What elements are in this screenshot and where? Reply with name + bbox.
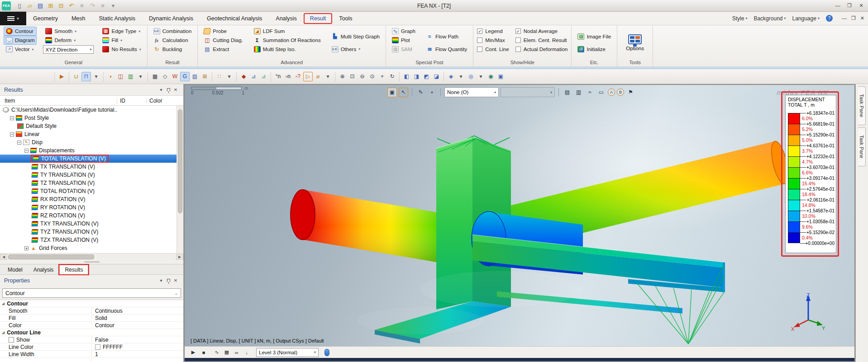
customize-icon[interactable]: ▾: [108, 1, 118, 10]
node-number-icon[interactable]: °n: [273, 72, 283, 81]
measure-icon[interactable]: ⌀: [313, 72, 323, 81]
record-graph-icon[interactable]: ∿: [212, 348, 221, 357]
grid-anchor-icon[interactable]: ⊞: [200, 72, 210, 81]
gcs-axis-icon[interactable]: G: [180, 72, 190, 81]
tree-item-displacements[interactable]: −Displacements: [0, 146, 176, 155]
ribbon-button-sam[interactable]: ▨SAM: [390, 45, 418, 54]
tree-item-rz-rotation-v[interactable]: RZ ROTATION (V): [0, 212, 176, 220]
help-icon[interactable]: ?: [826, 15, 833, 22]
ribbon-checkbox-elem-cent-result[interactable]: Elem. Cent. Result: [515, 36, 568, 45]
tree-item-total-rotation-v[interactable]: TOTAL ROTATION (V): [0, 187, 176, 195]
walkthrough-icon[interactable]: ⚑: [626, 88, 635, 97]
window-layout-icon[interactable]: ◧: [402, 72, 411, 81]
ribbon-button-ldf-sum[interactable]: ◢LDF Sum: [252, 27, 323, 36]
grid-icon[interactable]: ▦: [150, 72, 160, 81]
ribbon-button-extract[interactable]: ▤Extract: [201, 45, 245, 54]
undo-list-icon[interactable]: ≡: [77, 1, 87, 10]
node-csys-icon[interactable]: ⊿: [249, 72, 258, 81]
scroll-left-icon[interactable]: ◀: [0, 254, 7, 260]
step-level-combo[interactable]: Level 3 (Normal)▾: [256, 348, 319, 357]
tree-item-post-style[interactable]: −Post Style: [0, 114, 176, 122]
display-option-icon[interactable]: ◉: [486, 72, 496, 81]
ribbon-checkbox-min-max[interactable]: Min/Max: [477, 36, 509, 45]
ribbon-button-combination[interactable]: LCCombination: [151, 27, 194, 36]
menu-tab-mesh[interactable]: Mesh: [65, 12, 92, 25]
checkbox-icon[interactable]: [9, 337, 14, 343]
ribbon-button-calculation[interactable]: fxCalculation: [151, 36, 194, 45]
panel-splitter[interactable]: [0, 260, 183, 264]
select-window-icon[interactable]: ▣: [387, 88, 397, 97]
close-icon[interactable]: ✕: [172, 86, 179, 94]
menu-tab-dynamic-analysis[interactable]: Dynamic Analysis: [142, 12, 200, 25]
property-row-show[interactable]: ShowFalse: [0, 336, 183, 343]
zoom-in-icon[interactable]: ⊕: [338, 72, 347, 81]
undeformed-icon[interactable]: ▭: [596, 88, 606, 97]
ribbon-button-fill[interactable]: Fill▾: [100, 36, 143, 45]
window-layout2-icon[interactable]: ◨: [412, 72, 421, 81]
property-row-color[interactable]: ColorContour: [0, 322, 183, 329]
snapshot-icon[interactable]: ▦: [222, 348, 231, 357]
ribbon-button-vector[interactable]: ↗Vector▾: [4, 45, 37, 54]
contour-bar-icon[interactable]: ▥: [126, 72, 135, 81]
workplane-icon[interactable]: ◇: [160, 72, 170, 81]
ribbon-button-cutting-diag[interactable]: ◫Cutting Diag.: [201, 36, 245, 45]
ribbon-button-probe[interactable]: Probe: [201, 27, 245, 36]
mdi-restore-button[interactable]: ❒: [851, 15, 856, 21]
probe-b-icon[interactable]: B: [617, 89, 624, 96]
panel-tab-analysis[interactable]: Analysis: [29, 265, 59, 274]
close-button[interactable]: ✕: [857, 1, 865, 9]
view-point-icon[interactable]: ◈: [446, 72, 456, 81]
note-icon[interactable]: ▥: [574, 88, 583, 97]
menu-tab-static-analysis[interactable]: Static Analysis: [92, 12, 142, 25]
ribbon-checkbox-legend[interactable]: ✓Legend: [477, 27, 509, 36]
ribbon-checkbox-nodal-average[interactable]: ✓Nodal Average: [515, 27, 568, 36]
tree-vertical-scrollbar[interactable]: [176, 106, 183, 253]
ribbon-button-multi-step-iso[interactable]: Multi Step Iso.: [252, 45, 323, 54]
pin-icon[interactable]: [165, 277, 172, 284]
run-result-icon[interactable]: ▶: [57, 72, 67, 81]
selection-filter-icon[interactable]: ✎: [416, 88, 425, 97]
pin-icon[interactable]: [165, 86, 172, 94]
unlock-icon[interactable]: ⊔: [72, 72, 81, 81]
collapse-icon[interactable]: ◢: [2, 330, 5, 334]
properties-type-selector[interactable]: Contour ⌄: [2, 288, 181, 298]
identify-icon[interactable]: ▫?: [293, 72, 303, 81]
redo-icon[interactable]: ↷: [87, 1, 97, 10]
layer-icon[interactable]: ▣: [496, 72, 506, 81]
open-icon[interactable]: ▱: [25, 1, 35, 10]
property-row-fill[interactable]: FillSolid: [0, 315, 183, 322]
panel-menu-icon[interactable]: ▾: [157, 86, 165, 94]
ribbon-button-options[interactable]: Options: [621, 27, 649, 59]
fea-model-rendering[interactable]: [185, 85, 854, 346]
tree-expander-icon[interactable]: −: [24, 149, 29, 153]
tree-item-tyz-translation-v[interactable]: TYZ TRANSLATION (V): [0, 228, 176, 236]
new-file-icon[interactable]: ▯: [14, 1, 24, 10]
window-layout3-icon[interactable]: ◩: [422, 72, 431, 81]
select-pick-icon[interactable]: ↖: [399, 88, 408, 97]
ribbon-button-others[interactable]: LCOthers▾: [329, 45, 382, 54]
task-pane-tab[interactable]: Task Pane: [858, 86, 866, 125]
tree-expander-icon[interactable]: −: [10, 132, 14, 136]
ribbon-button-multi-step-graph[interactable]: ▙Multi Step Graph: [329, 32, 382, 41]
panel-tab-results[interactable]: Results: [59, 265, 88, 274]
import-icon[interactable]: ⊞: [46, 1, 56, 10]
ribbon-button-plot[interactable]: Plot: [390, 36, 418, 45]
lock-icon[interactable]: ⊓: [81, 72, 91, 81]
snap-dropdown[interactable]: ▾: [224, 72, 234, 81]
ribbon-button-diagram[interactable]: ◡Diagram: [4, 36, 37, 45]
probe-a-icon[interactable]: A: [608, 89, 615, 96]
tree-item-c-users-midas-downloads-fatigue-tutorial[interactable]: C:\Users\Midas\Downloads\Fatigue tutoria…: [0, 106, 176, 114]
property-row-line-width[interactable]: Line Width1: [0, 351, 183, 358]
stop-button[interactable]: ■: [199, 348, 208, 357]
ribbon-direction-combo[interactable]: XYZ Direction▾: [43, 45, 94, 54]
tree-item-grid-forces[interactable]: +▲Grid Forces: [0, 244, 176, 252]
tree-item-ty-translation-v[interactable]: TY TRANSLATION (V): [0, 171, 176, 179]
snap-points-icon[interactable]: ∷: [215, 72, 224, 81]
save-icon[interactable]: ▤: [35, 1, 45, 10]
ribbon-checkbox-actual-deformation[interactable]: Actual Deformation: [515, 45, 568, 54]
menu-background-button[interactable]: Background▾: [754, 15, 786, 22]
tree-item-total-translation-v[interactable]: TOTAL TRANSLATION (V): [0, 155, 176, 163]
tree-expander-icon[interactable]: −: [17, 141, 21, 145]
element-csys-icon[interactable]: ⊿: [259, 72, 268, 81]
render-dropdown[interactable]: ▾: [476, 72, 486, 81]
